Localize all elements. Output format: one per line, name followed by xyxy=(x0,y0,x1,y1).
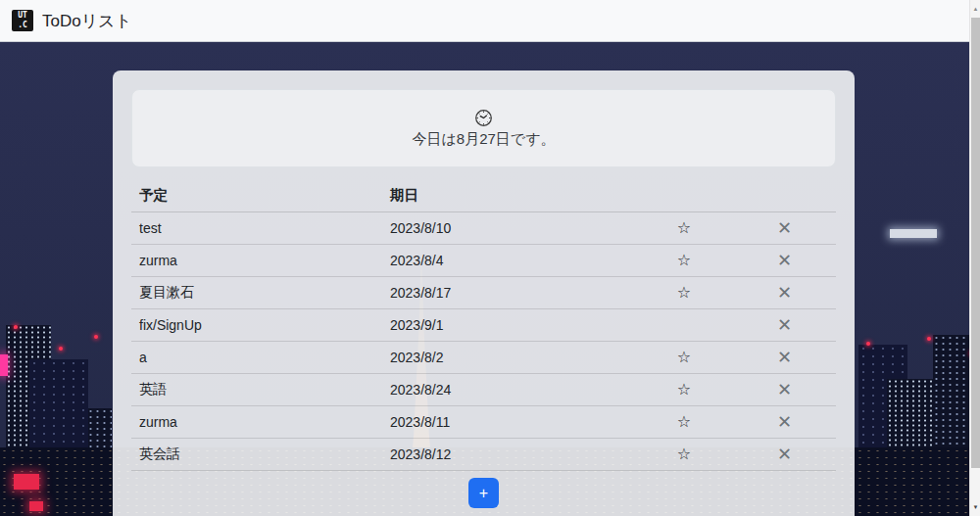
scroll-down-arrow-icon[interactable]: ▼ xyxy=(970,500,980,514)
todo-title: 英会話 xyxy=(131,446,390,463)
star-icon[interactable]: ☆ xyxy=(677,446,691,462)
todo-title: 夏目漱石 xyxy=(131,284,390,302)
todo-title: a xyxy=(131,350,390,365)
table-row: a 2023/8/2 ☆ ✕ xyxy=(131,342,836,374)
add-todo-button[interactable]: + xyxy=(468,478,499,508)
app-title: ToDoリスト xyxy=(42,10,132,32)
neon-sign xyxy=(0,354,8,376)
star-icon[interactable]: ☆ xyxy=(677,349,691,365)
delete-icon[interactable]: ✕ xyxy=(777,251,792,270)
todo-due-date: 2023/9/1 xyxy=(390,317,635,333)
delete-icon[interactable]: ✕ xyxy=(777,283,792,303)
table-row: zurma 2023/8/11 ☆ ✕ xyxy=(131,406,836,439)
vertical-scrollbar[interactable]: ▲ ▼ xyxy=(969,0,980,516)
todo-table: 予定 期日 test 2023/8/10 ☆ ✕ zurma 2023/8/4 … xyxy=(131,179,836,471)
app-logo: UT .C xyxy=(12,10,33,31)
todo-title: zurma xyxy=(131,414,390,430)
app-logo-text-bottom: .C xyxy=(18,21,27,30)
table-row: zurma 2023/8/4 ☆ ✕ xyxy=(131,245,836,277)
delete-icon[interactable]: ✕ xyxy=(777,380,792,399)
todo-due-date: 2023/8/10 xyxy=(390,220,635,236)
star-icon[interactable]: ☆ xyxy=(677,219,691,236)
red-light xyxy=(14,325,18,329)
todo-title: zurma xyxy=(131,253,390,268)
delete-icon[interactable]: ✕ xyxy=(777,412,792,432)
red-light xyxy=(94,335,98,339)
todo-due-date: 2023/8/2 xyxy=(390,350,635,365)
todo-table-body: test 2023/8/10 ☆ ✕ zurma 2023/8/4 ☆ ✕ 夏目… xyxy=(131,212,836,471)
delete-icon[interactable]: ✕ xyxy=(777,315,792,335)
table-row: fix/SignUp 2023/9/1 ✕ xyxy=(131,309,836,342)
todo-card: 今日は8月27日です。 予定 期日 test 2023/8/10 ☆ ✕ zur… xyxy=(113,70,855,516)
column-header-due: 期日 xyxy=(390,186,635,205)
delete-icon[interactable]: ✕ xyxy=(777,445,792,464)
neon-sign xyxy=(14,474,39,490)
star-icon[interactable]: ☆ xyxy=(677,284,691,301)
scroll-up-arrow-icon[interactable]: ▲ xyxy=(970,2,980,16)
table-row: 英語 2023/8/24 ☆ ✕ xyxy=(131,374,836,406)
red-light xyxy=(866,342,870,346)
todo-table-header: 予定 期日 xyxy=(131,179,836,212)
table-row: test 2023/8/10 ☆ ✕ xyxy=(131,212,836,245)
clock-icon xyxy=(474,109,493,127)
red-light xyxy=(59,347,63,351)
column-header-plan: 予定 xyxy=(131,186,390,205)
todo-title: test xyxy=(131,220,390,236)
star-icon[interactable]: ☆ xyxy=(677,413,691,430)
todo-due-date: 2023/8/4 xyxy=(390,253,635,268)
neon-sign xyxy=(29,501,43,511)
today-notice-box: 今日は8月27日です。 xyxy=(131,89,836,167)
delete-icon[interactable]: ✕ xyxy=(777,218,792,238)
today-message: 今日は8月27日です。 xyxy=(412,130,555,149)
todo-title: 英語 xyxy=(131,381,390,399)
red-light xyxy=(927,337,931,341)
todo-due-date: 2023/8/12 xyxy=(390,446,635,462)
table-row: 夏目漱石 2023/8/17 ☆ ✕ xyxy=(131,277,836,309)
table-row: 英会話 2023/8/12 ☆ ✕ xyxy=(131,439,836,471)
scrollbar-thumb[interactable] xyxy=(971,18,980,468)
star-icon[interactable]: ☆ xyxy=(677,252,691,268)
star-icon[interactable]: ☆ xyxy=(677,381,691,398)
lit-rooftop xyxy=(890,229,937,238)
todo-due-date: 2023/8/24 xyxy=(390,382,635,398)
todo-due-date: 2023/8/17 xyxy=(390,285,635,301)
todo-title: fix/SignUp xyxy=(131,317,390,333)
app-logo-text-top: UT xyxy=(18,11,27,21)
todo-due-date: 2023/8/11 xyxy=(390,414,635,430)
app-navbar: UT .C ToDoリスト xyxy=(0,0,980,42)
delete-icon[interactable]: ✕ xyxy=(777,348,792,367)
